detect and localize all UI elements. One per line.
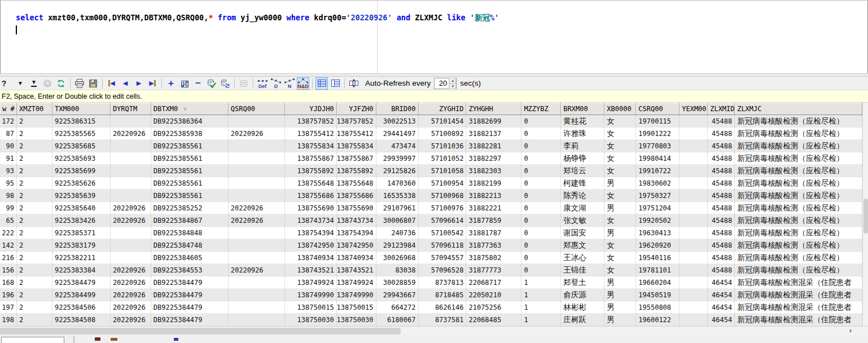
column-header-CSRQ00[interactable]: CSRQ00 <box>636 103 680 115</box>
cell-BRID00[interactable]: 664272 <box>376 301 419 314</box>
cell-TXM000[interactable]: 9225385699 <box>52 165 111 177</box>
cell-ZYGHID[interactable]: 57100542 <box>419 227 467 239</box>
cell-MZZYBZ[interactable]: 0 <box>521 227 561 239</box>
cell-QSRQ00[interactable]: 20220926 <box>229 214 285 227</box>
cell-ZLXMID[interactable]: 46454 <box>708 301 735 314</box>
cell-MZZYBZ[interactable]: 1 <box>521 289 561 301</box>
cell-YJFZH0[interactable]: 138755412 <box>337 127 376 140</box>
cell-QSRQ00[interactable] <box>229 165 285 177</box>
cell-YJFZH0[interactable]: 138755686 <box>337 190 376 202</box>
cell-CSRQ00[interactable]: 19751204 <box>636 202 680 214</box>
cell-ZYGHID[interactable]: 8626146 <box>419 301 467 314</box>
cell-ZLXMJC[interactable]: 新冠病毒核酸检测（应检尽检） <box>735 214 862 227</box>
prior-record-icon[interactable]: ◀ <box>119 77 131 90</box>
cell-YJFZH0[interactable]: 138757852 <box>337 115 376 127</box>
sort-names-data-icon[interactable]: N&D <box>297 77 309 90</box>
cell-XMZT00[interactable]: 2 <box>17 301 52 314</box>
cell-ZLXMJC[interactable]: 新冠病毒核酸检测混采（住院患者 <box>735 314 862 326</box>
cell-ZLXMJC[interactable]: 新冠病毒核酸检测（应检尽检） <box>735 165 862 177</box>
cell-XMZT00[interactable]: 2 <box>17 214 52 227</box>
cell-TXM000[interactable]: 9225382211 <box>52 252 111 264</box>
spinner-up-icon[interactable]: ▲ <box>449 78 456 83</box>
cell-DYRQTM[interactable]: 20220926 <box>111 314 151 326</box>
sort-descending-icon[interactable]: ▼ <box>14 77 27 90</box>
cell-ZLXMJC[interactable]: 新冠病毒核酸检测混采（住院患者 <box>735 289 862 301</box>
cell-YJDJH0[interactable]: 138754394 <box>285 227 337 239</box>
cell-ZYHGHH[interactable]: 31882137 <box>466 127 521 140</box>
cell-MZZYBZ[interactable]: 1 <box>521 314 561 326</box>
cell-BRXM00[interactable]: 王冰心 <box>561 252 604 264</box>
cell-ZLXMJC[interactable]: 新冠病毒核酸检测（应检尽检） <box>735 190 862 202</box>
cell-YEXM00[interactable] <box>680 252 708 264</box>
cell-ZYHGHH[interactable]: 31882213 <box>466 190 521 202</box>
cell-ZLXMJC[interactable]: 新冠病毒核酸检测（应检尽检） <box>735 227 862 239</box>
cell-YJDJH0[interactable]: 138743521 <box>285 264 337 276</box>
duplicate-row-icon[interactable] <box>178 77 191 90</box>
cell-XMZT00[interactable]: 2 <box>17 252 52 264</box>
cell-CSRQ00[interactable]: 19980414 <box>636 152 680 165</box>
cell-TXM000[interactable]: 9225383384 <box>52 264 111 276</box>
cell-DYRQTM[interactable]: 20220926 <box>111 127 151 140</box>
cell-YJFZH0[interactable]: 138754394 <box>337 227 376 239</box>
cell-rownum[interactable]: 91 <box>0 152 17 165</box>
cell-YEXM00[interactable] <box>680 190 708 202</box>
cell-YJFZH0[interactable]: 138755648 <box>337 177 376 190</box>
cell-DYRQTM[interactable]: 20220926 <box>111 276 151 289</box>
cell-ZLXMJC[interactable]: 新冠病毒核酸检测（应检尽检） <box>735 177 862 190</box>
cell-ZLXMID[interactable]: 45488 <box>708 214 735 227</box>
cell-YEXM00[interactable] <box>680 301 708 314</box>
cell-DBTXM0[interactable]: DB9225384748 <box>151 239 229 252</box>
cell-DBTXM0[interactable]: DB9225384479 <box>151 289 229 301</box>
cell-QSRQ00[interactable] <box>229 252 285 264</box>
cell-DYRQTM[interactable] <box>111 115 151 127</box>
cell-DYRQTM[interactable]: 20220926 <box>111 301 151 314</box>
cell-ZYGHID[interactable]: 57101052 <box>419 152 467 165</box>
cell-DBTXM0[interactable]: DB9225384479 <box>151 301 229 314</box>
delete-record-icon[interactable]: − <box>192 77 204 90</box>
cell-XB0000[interactable]: 男 <box>604 314 636 326</box>
cell-YEXM00[interactable] <box>680 165 708 177</box>
cell-ZYHGHH[interactable]: 31882281 <box>466 140 521 152</box>
column-header-QSRQ00[interactable]: QSRQ00 <box>229 103 285 115</box>
cell-rownum[interactable]: 216 <box>0 252 17 264</box>
cell-XMZT00[interactable]: 2 <box>17 227 52 239</box>
cell-BRXM00[interactable]: 林彬彬 <box>561 301 604 314</box>
cell-TXM000[interactable]: 9225383179 <box>52 239 111 252</box>
cell-YJDJH0[interactable]: 138755690 <box>285 202 337 214</box>
cell-XMZT00[interactable]: 2 <box>17 202 52 214</box>
cell-QSRQ00[interactable] <box>229 190 285 202</box>
cell-ZYGHID[interactable]: 57100892 <box>419 127 467 140</box>
cell-TXM000[interactable]: 9225385371 <box>52 227 111 239</box>
cell-XMZT00[interactable]: 2 <box>17 276 52 289</box>
cell-ZYGHID[interactable]: 57096528 <box>419 264 467 276</box>
cell-BRXM00[interactable]: 杨铮铮 <box>561 152 604 165</box>
cell-MZZYBZ[interactable]: 0 <box>521 264 561 276</box>
cell-ZLXMJC[interactable]: 新冠病毒核酸检测（应检尽检） <box>735 127 862 140</box>
cell-QSRQ00[interactable] <box>229 177 285 190</box>
cell-TXM000[interactable]: 9225385639 <box>52 190 111 202</box>
cell-rownum[interactable]: 172 <box>0 115 17 127</box>
cell-DBTXM0[interactable]: DB9225384605 <box>151 252 229 264</box>
cell-BRXM00[interactable]: 王锦佳 <box>561 264 604 276</box>
cell-DYRQTM[interactable] <box>111 165 151 177</box>
cell-XB0000[interactable]: 女 <box>604 252 636 264</box>
cell-BRXM00[interactable]: 许雅珠 <box>561 127 604 140</box>
cell-rownum[interactable]: 93 <box>0 165 17 177</box>
cell-DBTXM0[interactable]: DB9225384867 <box>151 214 229 227</box>
cell-rownum[interactable]: 95 <box>0 177 17 190</box>
column-header-ZYGHID[interactable]: ZYGHID <box>419 103 467 115</box>
cell-ZLXMID[interactable]: 46454 <box>708 289 735 301</box>
cell-XB0000[interactable]: 男 <box>604 276 636 289</box>
cell-DBTXM0[interactable]: DB9225384848 <box>151 227 229 239</box>
cell-MZZYBZ[interactable]: 0 <box>521 177 561 190</box>
cell-YJFZH0[interactable]: 138755892 <box>337 165 376 177</box>
cell-DYRQTM[interactable] <box>111 252 151 264</box>
cell-BRID00[interactable]: 6180067 <box>376 314 419 326</box>
cell-YEXM00[interactable] <box>680 214 708 227</box>
cell-YEXM00[interactable] <box>680 264 708 276</box>
cell-rownum[interactable]: 198 <box>0 314 17 326</box>
vertical-scrollbar[interactable] <box>862 103 868 326</box>
cell-XB0000[interactable]: 女 <box>604 264 636 276</box>
column-header-XB0000[interactable]: XB0000 <box>604 103 636 115</box>
cell-XB0000[interactable]: 女 <box>604 239 636 252</box>
